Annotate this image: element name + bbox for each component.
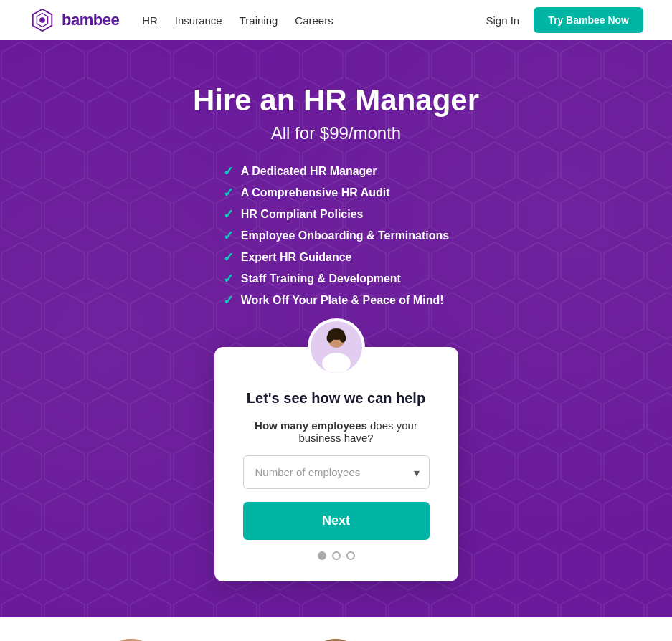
svg-point-3 [322,353,351,374]
check-icon: ✓ [223,250,234,265]
feature-item: ✓ A Dedicated HR Manager [223,163,449,179]
logo-icon [29,6,56,34]
nav-insurance[interactable]: Insurance [175,14,222,27]
svg-point-6 [339,333,346,343]
logo-text: bambee [62,11,119,29]
employee-count-select[interactable]: Number of employees 1-4 5-9 10-24 25-49 … [243,455,430,489]
feature-item: ✓ Staff Training & Development [223,271,449,287]
logo[interactable]: bambee [29,6,119,34]
card-title: Let's see how we can help [243,390,430,407]
feature-item: ✓ Expert HR Guidance [223,250,449,265]
question-emphasis: How many employees [255,419,367,432]
features-list: ✓ A Dedicated HR Manager ✓ A Comprehensi… [223,163,449,314]
svg-point-0 [39,17,45,23]
next-button[interactable]: Next [243,502,430,540]
card-wrapper: Let's see how we can help How many emplo… [29,347,643,581]
sign-in-link[interactable]: Sign In [486,14,519,27]
feature-item: ✓ Work Off Your Plate & Peace of Mind! [223,293,449,308]
progress-dots [243,551,430,560]
feature-item: ✓ Employee Onboarding & Terminations [223,228,449,244]
nav-training[interactable]: Training [240,14,278,27]
dot-1 [318,551,326,560]
check-icon: ✓ [223,228,234,244]
employee-count-wrapper: Number of employees 1-4 5-9 10-24 25-49 … [243,455,430,489]
hero-title: Hire an HR Manager [29,83,643,118]
check-icon: ✓ [223,185,234,201]
avatar-image [311,318,362,376]
nav-hr[interactable]: HR [142,14,158,27]
check-icon: ✓ [223,271,234,287]
dot-3 [346,551,355,560]
team-section: Katherine G. Jordan W. [0,617,672,641]
dot-2 [332,551,341,560]
lead-capture-card: Let's see how we can help How many emplo… [214,347,458,581]
nav-right: Sign In Try Bambee Now [486,7,643,33]
card-question: How many employees does your business ha… [243,419,430,444]
try-bambee-button[interactable]: Try Bambee Now [534,7,643,33]
svg-point-5 [326,333,333,343]
check-icon: ✓ [223,206,234,222]
avatar [308,318,365,376]
navbar: bambee HR Insurance Training Careers Sig… [0,0,672,40]
check-icon: ✓ [223,293,234,308]
feature-item: ✓ HR Compliant Policies [223,206,449,222]
hero-section: Hire an HR Manager All for $99/month ✓ A… [0,40,672,617]
hero-subtitle: All for $99/month [29,123,643,143]
check-icon: ✓ [223,163,234,179]
feature-item: ✓ A Comprehensive HR Audit [223,185,449,201]
nav-links: HR Insurance Training Careers [142,14,486,27]
nav-careers[interactable]: Careers [295,14,333,27]
